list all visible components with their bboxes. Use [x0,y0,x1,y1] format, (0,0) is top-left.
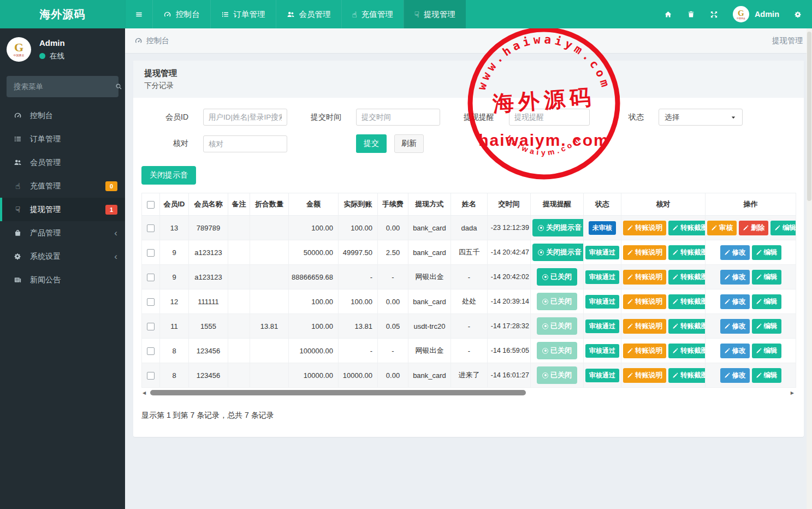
sidebar-item-members[interactable]: 会员管理 [0,151,125,174]
brand[interactable]: 海外源码 [0,0,125,28]
gears-icon [13,252,23,261]
mute-row-button[interactable]: 关闭提示音 [532,244,584,261]
sidebar-item-products[interactable]: 产品管理‹ [0,221,125,245]
breadcrumb-label: 控制台 [146,36,169,46]
breadcrumb-console[interactable]: 控制台 [134,36,169,46]
status-select[interactable]: 选择 [659,109,743,126]
submit-button[interactable]: 提交 [356,134,387,153]
submit-time-input[interactable] [356,109,440,126]
transfer-screenshot-button[interactable]: 转账截图 [668,368,706,383]
row-checkbox[interactable] [147,323,155,330]
fullscreen-button[interactable] [710,10,718,19]
cell-check: 转账说明转账截图 [621,216,706,240]
sidebar-item-news[interactable]: 新闻公告 [0,268,125,292]
transfer-screenshot-button[interactable]: 转账截图 [668,294,706,309]
sidebar-item-orders[interactable]: 订单管理 [0,127,125,151]
transfer-screenshot-button[interactable]: 转账截图 [668,344,706,358]
scrollbar-thumb[interactable] [150,390,526,395]
transfer-note-button[interactable]: 转账说明 [623,344,666,358]
sidebar-item-label: 系统设置 [30,252,61,262]
sidebar-item-console[interactable]: 控制台 [0,104,125,127]
sidebar-search-input[interactable] [14,82,110,91]
mute-row-button[interactable]: 已关闭 [537,342,577,359]
nav-item-console[interactable]: 控制台 [152,0,210,28]
profile-name: Admin [39,38,65,48]
trash-button[interactable] [687,10,695,19]
cell-remark [228,339,250,363]
refresh-button[interactable]: 刷新 [394,134,424,153]
review-button[interactable]: 审核 [707,221,737,235]
cell-actual: 100.00 [339,289,378,314]
mute-row-button[interactable]: 已关闭 [537,268,577,286]
edit-button[interactable]: 编辑 [752,270,781,285]
edit-button[interactable]: 编辑 [752,319,781,334]
scroll-left-arrow-icon[interactable]: ◀ [143,390,146,395]
transfer-screenshot-button[interactable]: 转账截图 [668,319,706,334]
nav-item-orders[interactable]: 订单管理 [210,0,276,28]
check-input[interactable] [203,135,287,152]
sidebar-toggle-button[interactable] [125,0,152,28]
transfer-note-button[interactable]: 转账说明 [623,294,666,309]
scrollbar-thumb[interactable] [807,32,811,201]
sidebar-item-withdraw[interactable]: ☟提现管理1 [0,198,125,221]
edit-button[interactable]: 编辑 [770,221,796,235]
nav-item-withdraw[interactable]: ☟提现管理 [404,0,466,28]
transfer-note-button[interactable]: 转账说明 [623,319,666,334]
nav-item-members[interactable]: 会员管理 [276,0,341,28]
mute-row-button[interactable]: 已关闭 [537,317,577,335]
transfer-screenshot-button[interactable]: 转账截图 [668,221,706,235]
modify-button[interactable]: 修改 [720,294,750,309]
row-checkbox[interactable] [147,249,155,257]
mute-row-button[interactable]: 已关闭 [537,293,577,310]
sidebar-item-label: 产品管理 [30,228,61,238]
user-menu[interactable]: G中国黄金 Admin [733,6,779,22]
column-header: 姓名 [451,193,488,216]
row-checkbox[interactable] [147,347,155,355]
nav-item-recharge[interactable]: ☝充值管理 [341,0,404,28]
edit-button[interactable]: 编辑 [752,245,781,260]
home-button[interactable] [664,10,672,19]
modify-button[interactable]: 修改 [720,245,750,260]
settings-button[interactable] [794,10,802,19]
cell-convert [250,339,289,363]
row-checkbox[interactable] [147,298,155,306]
edit-button[interactable]: 编辑 [752,294,781,309]
nav-item-label: 会员管理 [299,9,331,20]
modify-button[interactable]: 修改 [720,270,750,285]
mute-row-button[interactable]: 关闭提示音 [532,219,584,236]
hand-down-icon: ☟ [13,205,23,214]
cell-remind: 关闭提示音 [531,216,584,240]
row-checkbox[interactable] [147,224,155,232]
cell-remark [228,216,250,240]
transfer-note-button[interactable]: 转账说明 [623,270,666,285]
mute-row-button[interactable]: 已关闭 [537,366,577,384]
mute-sound-button[interactable]: 关闭提示音 [141,166,196,185]
cell-member-name: a123123 [189,265,228,289]
transfer-note-button[interactable]: 转账说明 [623,245,666,260]
breadcrumb-current: 提现管理 [772,36,803,46]
delete-button[interactable]: 删除 [739,221,768,235]
withdraw-remind-input[interactable] [509,109,590,126]
modify-button[interactable]: 修改 [720,319,750,334]
cell-actions: 修改编辑 [706,240,796,265]
transfer-screenshot-button[interactable]: 转账截图 [668,245,706,260]
modify-button[interactable]: 修改 [720,344,750,358]
row-checkbox[interactable] [147,372,155,380]
transfer-screenshot-button[interactable]: 转账截图 [668,270,706,285]
cell-actions: 审核删除编辑 [706,216,796,240]
scroll-right-arrow-icon[interactable]: ▶ [791,390,794,395]
modify-button[interactable]: 修改 [720,368,750,383]
member-id-input[interactable] [203,109,287,126]
sidebar-item-recharge[interactable]: ☝充值管理0 [0,174,125,198]
row-checkbox[interactable] [147,274,155,281]
transfer-note-button[interactable]: 转账说明 [623,368,666,383]
status-badge: 审核通过 [585,270,619,284]
edit-button[interactable]: 编辑 [752,368,781,383]
vertical-scrollbar[interactable] [807,28,812,509]
transfer-note-button[interactable]: 转账说明 [623,221,666,235]
cell-amount: 100.00 [289,314,339,339]
select-all-checkbox[interactable] [147,201,155,209]
edit-button[interactable]: 编辑 [752,344,781,358]
sidebar-item-settings[interactable]: 系统设置‹ [0,245,125,268]
power-icon [538,250,544,256]
